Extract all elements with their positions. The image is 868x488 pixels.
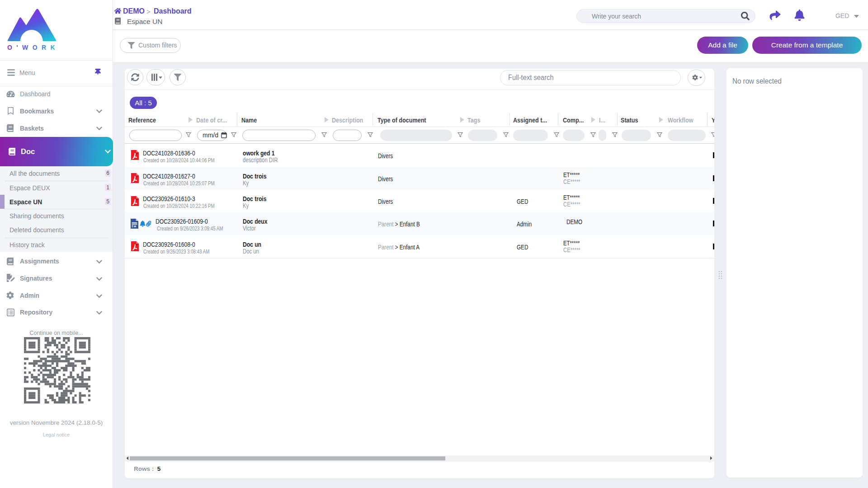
svg-text:w: w: [133, 225, 137, 228]
svg-text:O'WORK: O'WORK: [7, 44, 57, 51]
